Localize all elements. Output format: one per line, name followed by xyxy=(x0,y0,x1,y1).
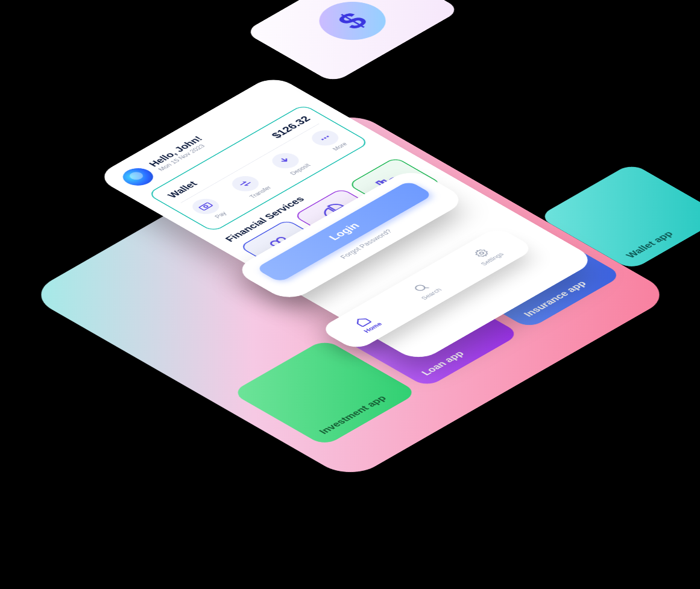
wallet-action-more[interactable]: More xyxy=(306,127,352,154)
svg-point-2 xyxy=(321,138,324,140)
wallet-action-deposit[interactable]: Deposit xyxy=(266,150,312,176)
wallet-title: Wallet xyxy=(165,179,199,199)
svg-point-10 xyxy=(478,251,484,254)
nav-settings[interactable]: Settings xyxy=(465,244,505,266)
nav-home[interactable]: Home xyxy=(348,313,383,333)
svg-rect-0 xyxy=(198,202,212,210)
svg-point-3 xyxy=(323,137,327,139)
dollar-symbol: $ xyxy=(329,7,375,34)
wallet-amount: $126.32 xyxy=(268,114,314,140)
nav-search[interactable]: Search xyxy=(406,279,443,300)
dollar-icon: $ xyxy=(305,0,399,48)
dollar-card: $ xyxy=(244,0,461,83)
wallet-action-transfer[interactable]: Transfer xyxy=(227,172,273,199)
svg-point-4 xyxy=(326,135,329,137)
tile-label: Wallet app xyxy=(623,230,675,260)
avatar[interactable] xyxy=(116,165,159,189)
wallet-action-pay[interactable]: Pay xyxy=(187,195,233,222)
svg-point-9 xyxy=(413,284,426,291)
